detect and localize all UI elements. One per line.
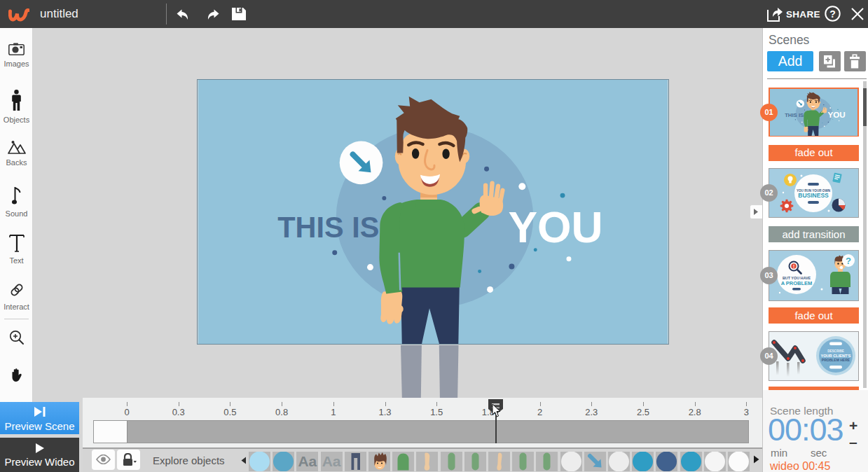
svg-text:?: ?: [829, 8, 836, 20]
svg-text:BUSINESS: BUSINESS: [798, 192, 829, 199]
svg-text:!: !: [793, 264, 794, 269]
svg-text:?: ?: [846, 256, 851, 266]
svg-text:PROBLEM HERE: PROBLEM HERE: [822, 358, 850, 362]
svg-text:DESCRIBE: DESCRIBE: [827, 349, 844, 353]
svg-text:A PROBLEM: A PROBLEM: [781, 280, 813, 286]
